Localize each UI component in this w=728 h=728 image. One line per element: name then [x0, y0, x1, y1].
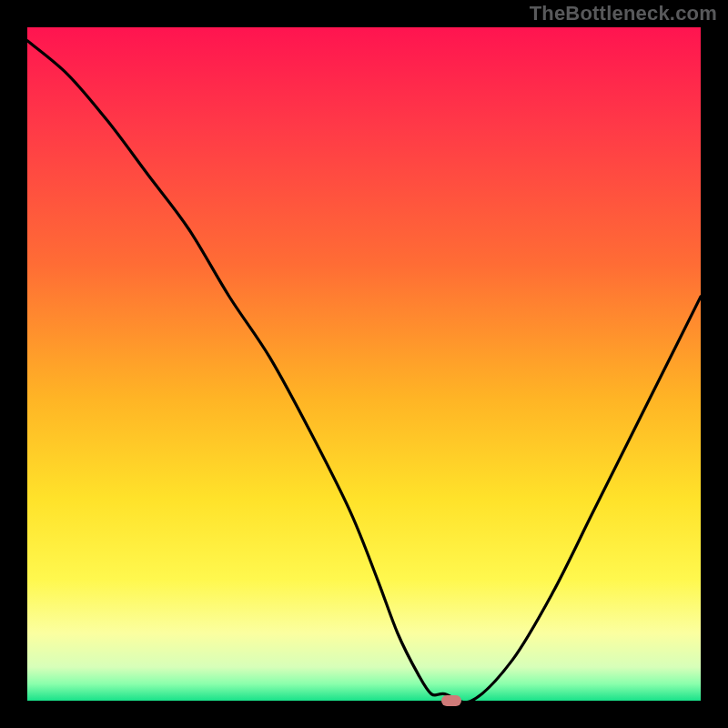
- watermark-text: TheBottleneck.com: [530, 2, 717, 25]
- plot-area: [27, 27, 701, 701]
- plot-svg: [27, 27, 701, 701]
- chart-frame: TheBottleneck.com: [0, 0, 728, 728]
- gradient-background: [27, 27, 701, 701]
- optimal-marker: [441, 695, 461, 706]
